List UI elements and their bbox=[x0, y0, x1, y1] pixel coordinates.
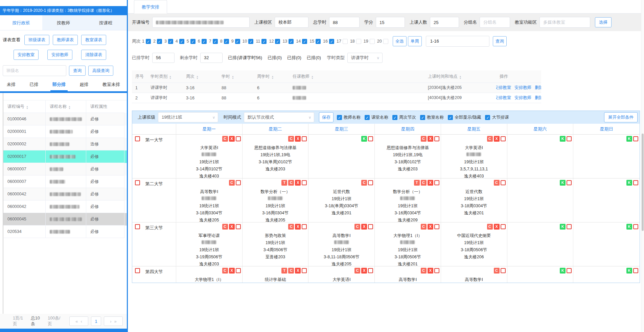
advanced-search-button[interactable]: 高级查询 bbox=[88, 66, 113, 76]
arrangement-header-cell[interactable]: 上课时间和地点▲▼ bbox=[424, 70, 496, 83]
field-input[interactable]: 88 bbox=[329, 17, 360, 28]
cell-status-badge[interactable]: C bbox=[288, 268, 294, 274]
arrangement-header-cell[interactable]: 学时▲▼ bbox=[218, 70, 254, 83]
field-input[interactable] bbox=[152, 17, 250, 28]
cell-checkbox[interactable] bbox=[633, 268, 638, 273]
field-input[interactable]: 15 bbox=[376, 17, 405, 28]
option-checkbox[interactable] bbox=[485, 115, 490, 120]
action-link[interactable]: 安排教室 bbox=[496, 85, 511, 91]
cell-status-badge[interactable]: X bbox=[295, 136, 301, 142]
week-range-input[interactable]: 1-16 bbox=[426, 36, 489, 47]
cell-status-badge[interactable]: K bbox=[560, 136, 566, 142]
cell-checkbox[interactable] bbox=[567, 268, 572, 273]
week-checkbox[interactable] bbox=[146, 39, 151, 44]
cell-checkbox[interactable] bbox=[633, 136, 638, 141]
search-button[interactable]: 查询 bbox=[69, 66, 86, 76]
time-mode-select[interactable]: 默认节次模式 ∨ bbox=[244, 112, 314, 122]
class-name-input[interactable]: 班级名 bbox=[3, 65, 66, 76]
week-checkbox[interactable] bbox=[383, 39, 388, 44]
cell-checkbox[interactable] bbox=[236, 136, 241, 141]
cell-status-badge[interactable]: X bbox=[361, 224, 367, 230]
arrangement-header-cell[interactable]: 操作 bbox=[496, 70, 541, 83]
schedule-cell[interactable]: K bbox=[573, 222, 640, 266]
cell-status-badge[interactable]: K bbox=[361, 136, 367, 142]
cell-status-badge[interactable]: K bbox=[626, 180, 632, 186]
cell-status-badge[interactable]: C bbox=[354, 268, 360, 274]
day-header[interactable]: 星期三 bbox=[308, 124, 375, 135]
save-button[interactable]: 保存 bbox=[319, 112, 334, 122]
week-checkbox[interactable] bbox=[179, 39, 184, 44]
action-link[interactable]: 删除 bbox=[535, 85, 541, 91]
cell-checkbox[interactable] bbox=[302, 268, 307, 273]
status-tab[interactable]: 教室未排 bbox=[100, 79, 122, 91]
cell-status-badge[interactable]: X bbox=[494, 136, 500, 142]
cell-status-badge[interactable]: C bbox=[288, 180, 294, 186]
schedule-cell[interactable]: K bbox=[308, 135, 375, 179]
weeks-query-button[interactable]: 查询 bbox=[493, 36, 507, 46]
schedule-cell[interactable]: K bbox=[507, 222, 574, 266]
arrangement-header-cell[interactable]: 序号 bbox=[132, 70, 147, 83]
cell-checkbox[interactable] bbox=[633, 180, 638, 185]
schedule-cell[interactable]: CX 高等数学Ⅰ bbox=[375, 266, 441, 283]
prev-page-icon[interactable]: ‹ bbox=[80, 319, 82, 324]
last-page-icon[interactable]: » bbox=[114, 319, 117, 324]
first-page-icon[interactable]: « bbox=[75, 319, 78, 324]
week-checkbox[interactable] bbox=[248, 39, 253, 44]
schedule-cell[interactable]: CX 大学英语Ⅰ bbox=[441, 135, 507, 179]
action-link[interactable]: 安排教师 bbox=[514, 85, 531, 91]
arrangement-header-cell[interactable]: 学时类别▲▼ bbox=[147, 70, 183, 83]
current-page[interactable]: 1 bbox=[91, 316, 101, 326]
cell-status-badge[interactable]: X bbox=[361, 268, 367, 274]
cell-checkbox[interactable] bbox=[501, 180, 506, 185]
cell-status-badge[interactable]: C bbox=[421, 180, 427, 186]
schedule-cell[interactable]: CX 大学英语Ⅰ bbox=[176, 135, 243, 179]
week-checkbox[interactable] bbox=[316, 39, 321, 44]
week-checkbox[interactable] bbox=[261, 39, 267, 44]
cell-status-badge[interactable]: C bbox=[494, 180, 500, 186]
select-classroom-button[interactable]: 选择 bbox=[595, 17, 612, 27]
day-header[interactable]: 星期日 bbox=[573, 124, 640, 135]
course-row[interactable]: 02000017 必修 bbox=[3, 150, 127, 163]
cell-status-badge[interactable]: X bbox=[295, 268, 301, 274]
course-row[interactable]: 06000042 必修 bbox=[3, 200, 127, 213]
cell-checkbox[interactable] bbox=[501, 136, 506, 141]
sort-icon[interactable]: ▲▼ bbox=[26, 105, 28, 110]
cell-checkbox[interactable] bbox=[567, 224, 572, 229]
view-button[interactable]: 教室课表 bbox=[81, 35, 106, 45]
cell-status-badge[interactable]: C bbox=[487, 136, 493, 142]
cell-checkbox[interactable] bbox=[501, 268, 506, 273]
left-tab[interactable]: 按行政班 bbox=[0, 15, 42, 30]
cell-checkbox[interactable] bbox=[368, 136, 373, 141]
cell-checkbox[interactable] bbox=[302, 180, 307, 185]
cell-checkbox[interactable] bbox=[501, 224, 506, 229]
schedule-cell[interactable]: TCX 统计学基础 bbox=[243, 266, 309, 283]
sort-icon[interactable]: ▲▼ bbox=[232, 75, 234, 79]
cell-status-badge[interactable]: C bbox=[288, 136, 294, 142]
cell-checkbox[interactable] bbox=[236, 268, 241, 273]
cell-checkbox[interactable] bbox=[567, 180, 572, 185]
cell-status-badge[interactable]: X bbox=[428, 180, 433, 186]
cell-status-badge[interactable]: K bbox=[626, 136, 632, 142]
cell-checkbox[interactable] bbox=[434, 224, 439, 229]
course-row[interactable]: 06000007 必修 bbox=[3, 163, 127, 175]
week-checkbox[interactable] bbox=[329, 39, 334, 44]
cell-checkbox[interactable] bbox=[567, 136, 572, 141]
course-row[interactable]: 02000002 选修 bbox=[3, 138, 127, 150]
week-checkbox[interactable] bbox=[213, 39, 218, 44]
field-input[interactable]: 分组名 bbox=[480, 17, 510, 28]
cell-status-badge[interactable]: K bbox=[626, 268, 632, 274]
schedule-cell[interactable]: TCX 数学分析（一） bbox=[243, 179, 309, 222]
cell-status-badge[interactable]: C bbox=[222, 224, 228, 230]
cell-checkbox[interactable] bbox=[434, 136, 439, 141]
cell-status-badge[interactable]: C bbox=[361, 180, 367, 186]
course-row[interactable]: 02000001 必修 bbox=[3, 125, 127, 138]
schedule-cell[interactable]: C 近世代数 bbox=[441, 179, 507, 222]
day-header[interactable]: 星期五 bbox=[441, 124, 507, 135]
course-table-header-cell[interactable]: 课程名称▲▼ bbox=[46, 100, 86, 113]
schedule-cell[interactable]: TCX 数学分析（一） bbox=[375, 179, 441, 222]
cell-status-badge[interactable]: C bbox=[487, 224, 493, 230]
cell-status-badge[interactable]: C bbox=[421, 136, 427, 142]
course-row[interactable]: 01000046 必修 bbox=[3, 113, 127, 125]
week-checkbox[interactable] bbox=[235, 39, 240, 44]
cell-status-badge[interactable]: X bbox=[428, 224, 433, 230]
